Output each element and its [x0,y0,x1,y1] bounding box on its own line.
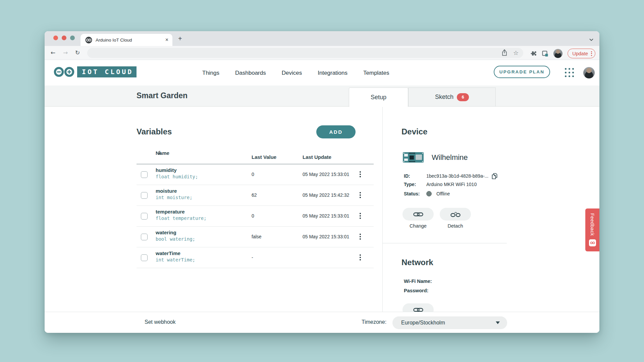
variable-last-value: 0 [252,172,254,177]
variable-name: waterTime [156,250,195,256]
copy-icon[interactable] [491,172,498,180]
variable-declaration: int waterTime; [156,257,195,262]
variable-name-cell[interactable]: temperature float temperature; [156,209,207,221]
password-label: Password: [404,288,428,293]
update-label: Update [572,51,588,56]
column-header-last-value: Last Value [252,154,276,160]
variable-last-update: 05 May 2022 15:42:32 [303,192,349,198]
variable-declaration: int moisture; [156,195,193,200]
browser-update-button[interactable]: Update [568,49,595,58]
browser-tab-strip: Arduino IoT Cloud × + [45,31,599,46]
main-nav: Things Dashboards Devices Integrations T… [202,60,389,85]
change-device-button[interactable] [402,208,434,221]
share-icon[interactable] [501,49,508,56]
window-zoom-button[interactable] [70,36,75,40]
reload-button[interactable]: ↻ [75,49,80,56]
nav-things[interactable]: Things [202,70,219,76]
device-title: Device [401,127,427,136]
thing-header-band: Smart Garden Setup Sketch 6 [45,85,599,107]
nav-devices[interactable]: Devices [282,70,302,76]
set-webhook-link[interactable]: Set webhook [145,319,176,325]
feedback-arduino-icon [589,239,596,246]
detach-device-button[interactable] [440,208,471,221]
row-checkbox[interactable] [141,192,148,199]
timezone-label: Timezone: [362,319,386,325]
side-panel-icon[interactable] [542,50,548,57]
row-checkbox[interactable] [141,171,148,178]
nav-integrations[interactable]: Integrations [318,70,347,76]
device-type-label: Type: [404,182,426,187]
table-row: moisture int moisture; 62 05 May 2022 15… [137,185,374,206]
network-title: Network [401,258,433,267]
feedback-tab[interactable]: Feedback [585,208,599,251]
feedback-label: Feedback [590,213,595,236]
tab-sketch[interactable]: Sketch 6 [408,87,496,107]
upgrade-plan-button[interactable]: UPGRADE PLAN [494,66,550,78]
url-bar[interactable]: ☆ [87,48,523,58]
row-menu-button[interactable] [358,171,363,178]
variable-last-value: 62 [252,192,257,198]
table-row: humidity float humidity; 0 05 May 2022 1… [137,164,374,185]
variable-name: watering [156,230,195,235]
variable-name-cell[interactable]: waterTime int waterTime; [156,250,195,262]
extensions-puzzle-icon[interactable] [530,50,537,57]
device-id-value: 1bec913a-3b1d-4828-b89a-... [426,173,488,179]
table-row: watering bool watering; false 05 May 202… [137,227,374,247]
change-device-label: Change [402,223,434,229]
variable-name: moisture [156,188,193,194]
new-tab-button[interactable]: + [178,35,182,42]
browser-menu-icon[interactable] [591,51,592,56]
variable-last-update: 05 May 2022 15:33:01 [303,234,349,239]
browser-toolbar: ← → ↻ ☆ [45,46,599,60]
row-menu-button[interactable] [358,233,363,240]
row-checkbox[interactable] [141,234,148,240]
row-menu-button[interactable] [358,191,363,199]
arduino-infinity-icon [54,66,74,77]
column-header-last-update: Last Update [303,154,331,160]
variable-declaration: float humidity; [156,174,198,179]
window-minimize-button[interactable] [62,36,66,40]
wifi-name-label: Wi-Fi Name: [404,279,432,284]
device-id-row: ID: 1bec913a-3b1d-4828-b89a-... [404,172,498,180]
variable-name: humidity [156,167,198,173]
device-status-value: Offline [436,191,450,196]
row-checkbox[interactable] [141,213,148,220]
app-header: IOT CLOUD Things Dashboards Devices Inte… [45,60,599,85]
browser-window: Arduino IoT Cloud × + ← → ↻ ☆ [45,31,599,333]
row-menu-button[interactable] [358,212,363,220]
window-close-button[interactable] [53,36,58,40]
bookmark-star-icon[interactable]: ☆ [513,49,519,56]
tab-setup[interactable]: Setup [349,87,408,107]
variable-last-value: false [252,234,262,239]
variable-last-update: 05 May 2022 15:33:01 [303,172,349,177]
apps-grid-icon[interactable] [565,68,574,77]
tab-search-chevron-icon[interactable] [589,37,593,43]
nav-templates[interactable]: Templates [363,70,389,76]
variable-last-value: 0 [252,213,254,219]
browser-tab[interactable]: Arduino IoT Cloud × [80,34,172,46]
back-button[interactable]: ← [51,49,55,56]
sort-desc-icon: ↓ [158,150,162,156]
dropdown-caret-icon [496,321,500,324]
row-checkbox[interactable] [141,254,148,261]
link-icon [413,212,423,217]
variable-last-update: 05 May 2022 15:33:01 [303,213,349,219]
nav-dashboards[interactable]: Dashboards [235,70,266,76]
variable-name-cell[interactable]: watering bool watering; [156,230,195,242]
variable-name-cell[interactable]: humidity float humidity; [156,167,198,179]
iot-cloud-badge: IOT CLOUD [77,66,137,77]
device-status-label: Status: [404,191,426,196]
arduino-favicon [85,37,92,44]
tab-close-icon[interactable]: × [165,37,168,43]
row-menu-button[interactable] [358,254,363,261]
forward-button[interactable]: → [63,49,68,56]
arduino-logo[interactable]: IOT CLOUD [54,66,137,77]
account-avatar[interactable] [583,67,595,78]
timezone-select[interactable]: Europe/Stockholm [392,316,507,329]
table-row: waterTime int waterTime; - [137,247,374,268]
browser-profile-avatar[interactable] [553,49,562,58]
device-id-label: ID: [404,173,426,179]
device-type-value: Arduino MKR WiFi 1010 [426,182,477,187]
variable-name-cell[interactable]: moisture int moisture; [156,188,193,200]
add-variable-button[interactable]: ADD [316,125,356,138]
